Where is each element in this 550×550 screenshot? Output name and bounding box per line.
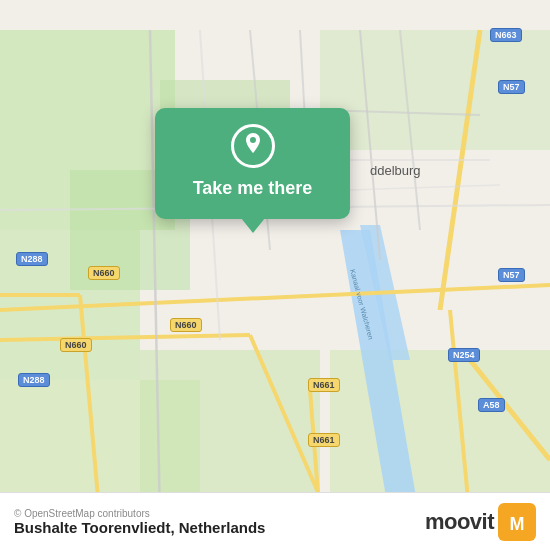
popup-label[interactable]: Take me there [193,178,313,199]
road-badge-a58: A58 [478,398,505,412]
road-badge-n660-left: N660 [60,338,92,352]
svg-text:M: M [510,514,525,534]
road-badge-n661-bot: N661 [308,433,340,447]
map-pin [231,124,275,168]
popup-card[interactable]: Take me there [155,108,350,219]
road-badge-n57-mid: N57 [498,268,525,282]
bottom-left: © OpenStreetMap contributors Bushalte To… [14,507,265,536]
road-badge-n660-mid: N660 [170,318,202,332]
road-badge-n661-top: N661 [308,378,340,392]
location-name: Bushalte Toorenvliedt, Netherlands [14,519,265,536]
moovit-text: moovit [425,509,494,535]
copyright-text: © OpenStreetMap contributors [14,508,265,519]
moovit-icon: M [498,503,536,541]
map-svg: ddelburg Kanaal voor Walcheren [0,0,550,550]
road-badge-n288-top: N288 [16,252,48,266]
svg-text:ddelburg: ddelburg [370,163,421,178]
road-badge-n57-top: N57 [498,80,525,94]
road-badge-n288-bot: N288 [18,373,50,387]
road-badge-n254: N254 [448,348,480,362]
road-badge-n663: N663 [490,28,522,42]
moovit-logo: moovit M [425,503,536,541]
map-container: ddelburg Kanaal voor Walcheren N663 N57 … [0,0,550,550]
svg-point-32 [250,137,256,143]
road-badge-n660-top: N660 [88,266,120,280]
bottom-bar: © OpenStreetMap contributors Bushalte To… [0,492,550,550]
